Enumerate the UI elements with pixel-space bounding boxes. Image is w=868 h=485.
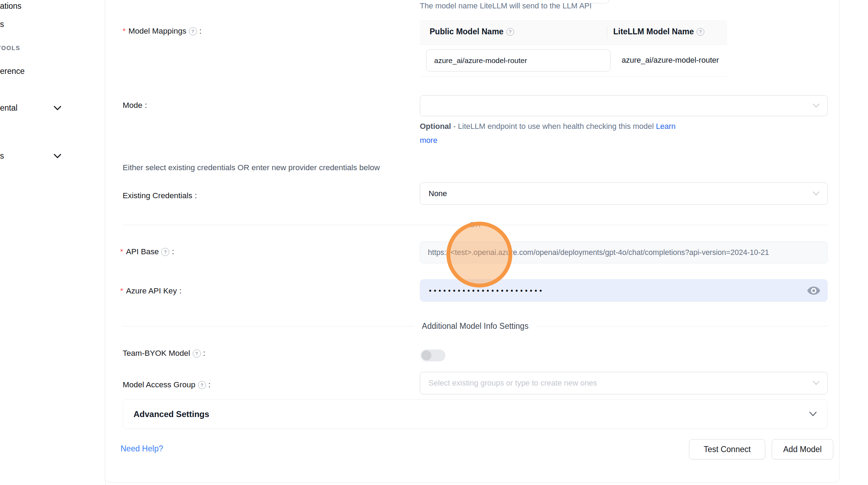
learn-more-link[interactable]: Learn bbox=[656, 122, 676, 131]
mode-helper-line2: more bbox=[420, 136, 437, 145]
divider-line bbox=[536, 326, 828, 326]
api-base-field bbox=[420, 242, 828, 263]
required-asterisk: * bbox=[120, 286, 123, 296]
label-text: API Base bbox=[126, 247, 159, 256]
colon: : bbox=[195, 191, 197, 200]
additional-settings-divider-text: Additional Model Info Settings bbox=[422, 321, 528, 331]
header-text: LiteLLM Model Name bbox=[613, 27, 694, 36]
helper-bold: Optional bbox=[420, 122, 451, 131]
advanced-settings-label: Advanced Settings bbox=[134, 409, 209, 419]
model-access-group-label: Model Access Group ? : bbox=[123, 380, 211, 389]
column-header-litellm-model-name: LiteLLM Model Name ? bbox=[613, 27, 704, 36]
required-asterisk: * bbox=[123, 27, 126, 36]
label-text: Azure API Key bbox=[126, 286, 177, 296]
colon: : bbox=[145, 101, 147, 110]
help-icon[interactable]: ? bbox=[193, 349, 201, 358]
chevron-down-icon bbox=[809, 411, 817, 417]
label-text: Mode bbox=[123, 101, 142, 110]
mode-select[interactable] bbox=[420, 95, 828, 116]
divider-line bbox=[489, 225, 828, 225]
sidebar-item-reference[interactable]: erence bbox=[0, 67, 25, 76]
column-header-public-model-name: Public Model Name ? bbox=[430, 27, 514, 36]
azure-api-key-field bbox=[420, 279, 828, 302]
credentials-note: Either select existing credentials OR en… bbox=[123, 163, 380, 172]
sidebar: ations s TOOLS erence ental s bbox=[0, 0, 105, 485]
label-text: Existing Credentials bbox=[123, 191, 192, 200]
existing-credentials-label: Existing Credentials : bbox=[123, 191, 197, 200]
colon: : bbox=[203, 349, 205, 358]
colon: : bbox=[172, 247, 174, 256]
sidebar-item-settings[interactable]: s bbox=[0, 151, 4, 161]
existing-credentials-select[interactable]: None bbox=[420, 182, 828, 205]
public-model-name-input[interactable] bbox=[426, 49, 610, 71]
or-divider-text: OR bbox=[470, 220, 481, 229]
model-mappings-label: * Model Mappings ? : bbox=[123, 27, 201, 36]
sidebar-item-organizations[interactable]: ations bbox=[0, 1, 21, 11]
column-divider bbox=[607, 26, 607, 39]
api-base-input[interactable] bbox=[420, 248, 827, 257]
or-divider: OR bbox=[123, 220, 828, 230]
help-icon[interactable]: ? bbox=[198, 381, 206, 389]
add-model-button[interactable]: Add Model bbox=[772, 439, 833, 459]
chevron-down-icon bbox=[813, 191, 820, 196]
additional-settings-divider: Additional Model Info Settings bbox=[123, 321, 828, 331]
test-connect-button[interactable]: Test Connect bbox=[689, 439, 765, 459]
chevron-down-icon bbox=[813, 381, 820, 386]
sidebar-section-tools: TOOLS bbox=[0, 45, 20, 52]
chevron-down-icon bbox=[813, 103, 820, 108]
model-access-group-select[interactable]: Select existing groups or type to create… bbox=[420, 372, 828, 394]
selected-value: None bbox=[429, 189, 447, 198]
select-placeholder: Select existing groups or type to create… bbox=[429, 379, 597, 388]
team-byok-toggle[interactable] bbox=[421, 349, 445, 361]
litellm-model-name-value: azure_ai/azure-model-router bbox=[622, 56, 719, 65]
azure-api-key-label: * Azure API Key : bbox=[120, 286, 182, 296]
colon: : bbox=[199, 27, 201, 36]
api-base-label: * API Base ? : bbox=[120, 247, 174, 256]
mode-label: Mode : bbox=[123, 101, 147, 110]
model-name-helper-text: The model name LiteLLM will send to the … bbox=[420, 1, 592, 11]
sidebar-item-experimental[interactable]: ental bbox=[0, 103, 18, 113]
divider-line bbox=[123, 225, 462, 225]
helper-text: - LiteLLM endpoint to use when health ch… bbox=[451, 122, 656, 131]
help-icon[interactable]: ? bbox=[697, 28, 704, 36]
add-model-page: ations s TOOLS erence ental s The model … bbox=[0, 0, 868, 485]
sidebar-item[interactable]: s bbox=[0, 20, 4, 29]
help-icon[interactable]: ? bbox=[189, 27, 197, 35]
toggle-knob bbox=[422, 351, 431, 360]
help-icon[interactable]: ? bbox=[506, 28, 514, 36]
colon: : bbox=[209, 380, 211, 389]
azure-api-key-input[interactable] bbox=[420, 287, 828, 295]
chevron-down-icon[interactable] bbox=[53, 105, 62, 112]
learn-more-link[interactable]: more bbox=[420, 136, 437, 145]
label-text: Team-BYOK Model bbox=[123, 349, 190, 358]
help-icon[interactable]: ? bbox=[161, 248, 169, 256]
mode-helper-line1: Optional - LiteLLM endpoint to use when … bbox=[420, 122, 676, 131]
advanced-settings-panel[interactable]: Advanced Settings bbox=[123, 399, 828, 429]
team-byok-label: Team-BYOK Model ? : bbox=[123, 349, 205, 358]
chevron-down-icon[interactable] bbox=[53, 153, 62, 160]
required-asterisk: * bbox=[120, 247, 123, 256]
label-text: Model Mappings bbox=[129, 27, 186, 36]
eye-icon[interactable] bbox=[807, 285, 821, 296]
divider-line bbox=[123, 326, 414, 326]
header-text: Public Model Name bbox=[430, 27, 504, 36]
need-help-link[interactable]: Need Help? bbox=[121, 444, 163, 453]
colon: : bbox=[179, 286, 182, 296]
label-text: Model Access Group bbox=[123, 380, 196, 389]
